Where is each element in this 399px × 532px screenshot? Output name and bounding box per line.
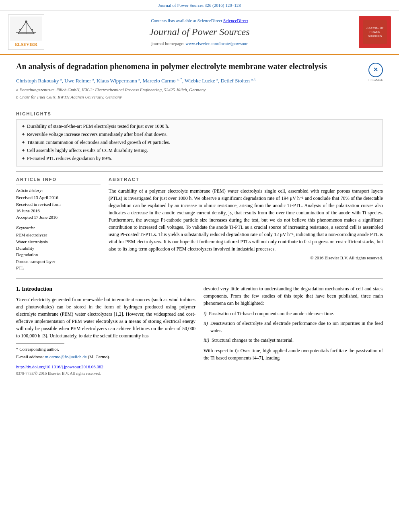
main-content: An analysis of degradation phenomena in … [0,55,399,383]
power-sources-logo: JOURNAL OF POWER SOURCES [363,20,387,44]
highlights-section: HIGHLIGHTS Durability of state-of-the-ar… [16,111,383,166]
highlight-item: Titanium contamination of electrodes and… [22,139,377,146]
keyword-item: Degradation [16,252,101,258]
body-left-column: 1. Introduction 'Green' electricity gene… [16,285,195,377]
intro-paragraph-1: 'Green' electricity generated from renew… [16,296,195,339]
article-title: An analysis of degradation phenomena in … [16,61,364,72]
list-item: iii) Structural changes to the catalyst … [204,337,383,344]
affiliation-b: b Chair for Fuel Cells, RWTH Aachen Univ… [16,94,364,100]
journal-homepage: journal homepage: www.elsevier.com/locat… [44,41,355,47]
svg-point-5 [31,29,33,31]
received-revised-date: 16 June 2016 [16,208,101,214]
accepted-date: Accepted 17 June 2016 [16,214,101,220]
section-title-text: Introduction [22,286,52,292]
journal-ref-text: Journal of Power Sources 326 (2016) 120–… [158,3,241,8]
body-right-column: devoted very little attention to underst… [204,285,383,377]
list-marker-iii: iii) [204,337,209,344]
divider-3 [16,278,383,279]
received-date: Received 13 April 2016 [16,195,101,201]
journal-logo-box: JOURNAL OF POWER SOURCES [355,16,391,48]
list-marker-ii: ii) [204,320,208,334]
doi-line: http://dx.doi.org/10.1016/j.jpowsour.201… [16,364,195,370]
email-link[interactable]: m.carmo@fz-juelich.de [45,354,86,359]
journal-title: Journal of Power Sources [44,25,355,39]
copyright-line: © 2016 Elsevier B.V. All rights reserved… [109,255,383,261]
elsevier-tree-icon [14,20,38,38]
elsevier-label: ELSEVIER [10,41,42,47]
authors-line: Christoph Rakousky a, Uwe Reimer a, Klau… [16,77,364,85]
affiliation-a: a Forschungszentrum Jülich GmbH, IEK-3: … [16,87,364,93]
list-item: i) Passivation of Ti-based components on… [204,310,383,317]
list-item: ii) Deactivation of electrolyte and elec… [204,320,383,334]
keyword-item: Durability [16,245,101,251]
highlights-box: Durability of state-of-the-art PEM elect… [16,119,383,166]
keyword-item: PTL [16,265,101,271]
intro-paragraph-3: With respect to i): Over time, high appl… [204,347,383,362]
crossmark-logo: ✕ CrossMark [368,63,383,82]
keywords-section: Keywords: PEM electrolyzer Water electro… [16,225,101,271]
journal-header: ELSEVIER Contents lists available at Sci… [0,10,399,54]
abstract-column: ABSTRACT The durability of a polymer ele… [109,177,383,271]
footnote-divider [16,343,64,344]
homepage-link[interactable]: www.elsevier.com/locate/jpowsour [185,41,247,46]
received-revised: Received in revised form [16,201,101,207]
elsevier-logo: ELSEVIER [8,14,44,49]
corresponding-author-note: * Corresponding author. [16,346,195,352]
highlights-label: HIGHLIGHTS [16,111,383,117]
svg-text:JOURNAL OF: JOURNAL OF [366,27,384,29]
intro-body-section: 1. Introduction 'Green' electricity gene… [16,285,383,377]
science-direct-anchor[interactable]: ScienceDirect [223,18,248,23]
keyword-item: PEM electrolyzer [16,232,101,238]
keyword-item: Porous transport layer [16,259,101,265]
science-direct-link: Contents lists available at ScienceDirec… [44,18,355,24]
divider-1 [16,106,383,106]
svg-text:SOURCES: SOURCES [368,35,382,37]
abstract-label: ABSTRACT [109,177,383,185]
article-info-label: ARTICLE INFO [16,177,101,185]
highlight-item: Reversible voltage increase recovers imm… [22,131,377,138]
list-marker-i: i) [204,310,206,317]
intro-title: 1. Introduction [16,285,195,293]
svg-point-3 [25,21,27,23]
svg-point-4 [19,29,21,31]
journal-logo-icon: JOURNAL OF POWER SOURCES [359,16,391,48]
crossmark-icon: ✕ [368,63,383,77]
highlight-item: Cell assembly highly affects results of … [22,147,377,154]
doi-link[interactable]: http://dx.doi.org/10.1016/j.jpowsour.201… [16,364,103,369]
divider-2 [16,171,383,172]
article-info-column: ARTICLE INFO Article history: Received 1… [16,177,101,271]
elsevier-logo-graphic [10,16,42,41]
highlight-item: Durability of state-of-the-art PEM elect… [22,123,377,130]
issn-line: 0378-7753/© 2016 Elsevier B.V. All right… [16,371,195,376]
svg-text:POWER: POWER [370,31,380,33]
list-text-ii: Deactivation of electrolyte and electrod… [210,320,383,334]
right-list: i) Passivation of Ti-based components on… [204,310,383,344]
journal-reference-bar: Journal of Power Sources 326 (2016) 120–… [0,0,399,10]
keywords-title: Keywords: [16,225,101,231]
abstract-text: The durability of a polymer electrolyte … [109,187,383,253]
info-abstract-section: ARTICLE INFO Article history: Received 1… [16,177,383,271]
header-center: Contents lists available at ScienceDirec… [44,18,355,47]
intro-paragraph-2: devoted very little attention to underst… [204,285,383,307]
list-text-iii: Structural changes to the catalyst mater… [212,337,294,344]
section-number: 1. [16,286,21,292]
article-history: Article history: Received 13 April 2016 … [16,187,101,221]
list-text-i: Passivation of Ti-based components on th… [209,310,334,317]
highlight-item: Pt-coated PTL reduces degradation by 89%… [22,155,377,162]
history-title: Article history: [16,187,101,193]
keyword-item: Water electrolysis [16,239,101,245]
email-note: E-mail address: m.carmo@fz-juelich.de (M… [16,354,195,360]
